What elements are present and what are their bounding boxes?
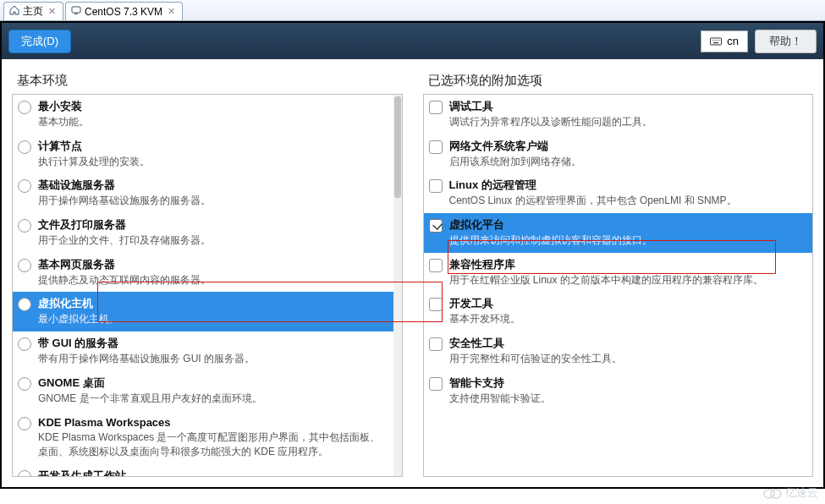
keyboard-layout-label: cn: [727, 35, 739, 47]
environment-option[interactable]: 虚拟化主机最小虚拟化主机。: [13, 292, 393, 331]
option-title: 最小安装: [38, 100, 385, 114]
option-desc: 启用该系统附加到网络存储。: [449, 155, 805, 169]
radio-icon: [18, 140, 31, 154]
addons-column: 已选环境的附加选项 调试工具调试行为异常程序以及诊断性能问题的工具。网络文件系统…: [423, 73, 814, 477]
checkbox-icon: [429, 298, 443, 311]
done-button[interactable]: 完成(D): [8, 30, 71, 53]
option-desc: 带有用于操作网络基础设施服务 GUI 的服务器。: [38, 352, 385, 366]
option-desc: GNOME 是一个非常直观且用户友好的桌面环境。: [38, 392, 385, 406]
option-title: 带 GUI 的服务器: [38, 337, 385, 351]
help-button[interactable]: 帮助！: [755, 30, 817, 53]
radio-icon: [18, 179, 31, 193]
close-icon[interactable]: ✕: [47, 6, 58, 17]
environment-option[interactable]: 文件及打印服务器用于企业的文件、打印及存储服务器。: [13, 213, 393, 253]
option-title: 虚拟化主机: [38, 297, 385, 311]
addon-option[interactable]: 虚拟化平台提供用来访问和控制虚拟访客和容器的接口。: [424, 213, 813, 253]
watermark: 亿速云: [763, 485, 818, 501]
addon-option[interactable]: 开发工具基本开发环境。: [424, 292, 813, 331]
radio-icon: [18, 101, 31, 114]
svg-rect-8: [713, 42, 718, 43]
svg-point-10: [771, 490, 781, 498]
option-desc: 调试行为异常程序以及诊断性能问题的工具。: [449, 115, 805, 129]
environment-option[interactable]: 带 GUI 的服务器带有用于操作网络基础设施服务 GUI 的服务器。: [13, 331, 393, 371]
checkbox-icon: [429, 219, 443, 233]
base-environment-column: 基本环境 最小安装基本功能。计算节点执行计算及处理的安装。基础设施服务器用于操作…: [12, 73, 403, 477]
checkbox-icon: [429, 179, 443, 193]
environment-list: 最小安装基本功能。计算节点执行计算及处理的安装。基础设施服务器用于操作网络基础设…: [12, 94, 403, 477]
installer-header: 完成(D) cn 帮助！: [2, 23, 823, 59]
option-title: 基础设施服务器: [38, 178, 385, 193]
checkbox-icon: [429, 259, 443, 272]
tab-label: 主页: [23, 4, 43, 19]
option-desc: 基本功能。: [38, 115, 385, 129]
keyboard-icon: [710, 36, 722, 47]
option-desc: KDE Plasma Workspaces 是一个高度可配置图形用户界面，其中包…: [38, 430, 385, 459]
option-desc: 支持使用智能卡验证。: [449, 392, 805, 406]
option-title: 开发工具: [449, 297, 805, 311]
svg-rect-1: [74, 14, 78, 14]
svg-rect-2: [711, 38, 722, 45]
checkbox-icon: [429, 101, 443, 114]
radio-icon: [18, 377, 31, 391]
option-title: 智能卡支持: [449, 376, 805, 391]
option-title: 安全性工具: [449, 337, 805, 351]
option-desc: 用于企业的文件、打印及存储服务器。: [38, 233, 385, 248]
checkbox-icon: [429, 140, 443, 154]
installer-window: 完成(D) cn 帮助！ 基本环境 最小安装基本功能。计算节点执行计算及处理的安…: [0, 21, 825, 489]
option-title: 调试工具: [449, 100, 805, 114]
svg-rect-0: [72, 7, 80, 13]
addon-list: 调试工具调试行为异常程序以及诊断性能问题的工具。网络文件系统客户端启用该系统附加…: [423, 94, 814, 477]
environment-option[interactable]: 基本网页服务器提供静态及动态互联网内容的服务器。: [13, 253, 393, 293]
option-desc: 提供静态及动态互联网内容的服务器。: [38, 273, 385, 288]
tab-home[interactable]: 主页 ✕: [3, 2, 63, 20]
radio-icon: [18, 337, 31, 351]
software-selection-content: 基本环境 最小安装基本功能。计算节点执行计算及处理的安装。基础设施服务器用于操作…: [2, 59, 823, 487]
scroll-thumb[interactable]: [394, 96, 401, 198]
radio-icon: [18, 470, 31, 477]
radio-icon: [18, 259, 31, 272]
addon-option[interactable]: 兼容性程序库用于在红帽企业版 Linux 的之前版本中构建的应用程序的兼容程序库…: [424, 253, 813, 293]
option-desc: 用于操作网络基础设施服务的服务器。: [38, 194, 385, 208]
scrollbar[interactable]: [393, 95, 402, 476]
environment-option[interactable]: GNOME 桌面GNOME 是一个非常直观且用户友好的桌面环境。: [13, 371, 393, 411]
environment-option[interactable]: 计算节点执行计算及处理的安装。: [13, 134, 393, 174]
checkbox-icon: [429, 377, 443, 391]
column-title: 基本环境: [17, 73, 403, 89]
radio-icon: [18, 219, 31, 233]
option-desc: 执行计算及处理的安装。: [38, 155, 385, 169]
option-desc: 用于在红帽企业版 Linux 的之前版本中构建的应用程序的兼容程序库。: [449, 273, 805, 288]
option-desc: 用于完整性和可信验证的安全性工具。: [449, 352, 805, 366]
environment-option[interactable]: 最小安装基本功能。: [13, 95, 393, 134]
addon-option[interactable]: 智能卡支持支持使用智能卡验证。: [424, 371, 813, 411]
svg-point-4: [714, 39, 715, 40]
svg-point-6: [718, 39, 718, 40]
svg-point-5: [716, 39, 717, 40]
column-title: 已选环境的附加选项: [428, 73, 814, 89]
option-title: 网络文件系统客户端: [449, 140, 805, 154]
option-title: 开发及生成工作站: [38, 469, 385, 477]
radio-icon: [18, 417, 31, 430]
environment-option[interactable]: 开发及生成工作站用于软件、硬件、图形或者内容开发的工作站。: [13, 464, 393, 477]
environment-option[interactable]: KDE Plasma WorkspacesKDE Plasma Workspac…: [13, 411, 393, 464]
vm-icon: [71, 5, 81, 18]
option-desc: 提供用来访问和控制虚拟访客和容器的接口。: [449, 233, 805, 248]
keyboard-layout-indicator[interactable]: cn: [701, 30, 748, 52]
addon-option[interactable]: 调试工具调试行为异常程序以及诊断性能问题的工具。: [424, 95, 813, 134]
addon-option[interactable]: 网络文件系统客户端启用该系统附加到网络存储。: [424, 134, 813, 174]
close-icon[interactable]: ✕: [166, 6, 177, 17]
option-title: 兼容性程序库: [449, 258, 805, 272]
option-title: Linux 的远程管理: [449, 178, 805, 193]
svg-point-7: [719, 39, 720, 40]
home-icon: [9, 5, 19, 18]
option-title: 虚拟化平台: [449, 218, 805, 233]
option-title: KDE Plasma Workspaces: [38, 416, 385, 430]
browser-tab-bar: 主页 ✕ CentOS 7.3 KVM ✕: [0, 0, 825, 21]
addon-option[interactable]: Linux 的远程管理CentOS Linux 的远程管理界面，其中包含 Ope…: [424, 173, 813, 213]
tab-vm[interactable]: CentOS 7.3 KVM ✕: [65, 2, 183, 20]
addon-option[interactable]: 安全性工具用于完整性和可信验证的安全性工具。: [424, 331, 813, 371]
option-title: 计算节点: [38, 140, 385, 154]
watermark-text: 亿速云: [785, 485, 818, 501]
environment-option[interactable]: 基础设施服务器用于操作网络基础设施服务的服务器。: [13, 173, 393, 213]
option-desc: 最小虚拟化主机。: [38, 312, 385, 326]
option-desc: 基本开发环境。: [449, 312, 805, 326]
